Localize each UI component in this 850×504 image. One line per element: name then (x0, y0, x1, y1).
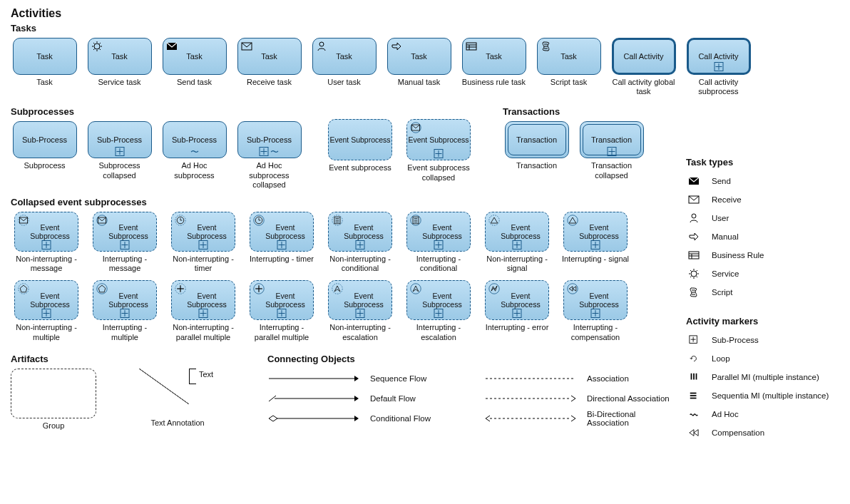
flow-label: Sequence Flow (370, 374, 456, 383)
legend-row: User (686, 209, 836, 227)
collapsed-event-subprocess-shape: Event Subprocess (563, 212, 628, 252)
event-subprocess-shape: Event Subprocess (406, 119, 471, 160)
subprocess-shape: Sub-Process (88, 121, 152, 158)
adhoc-marker-icon: 〜 (270, 148, 280, 156)
collapsed-event-subprocess-shape: Event Subprocess (14, 212, 78, 252)
task-types-title: Task types (686, 157, 836, 168)
legend-row: Service (686, 264, 836, 283)
task-caption: Service task (98, 78, 141, 87)
subprocess-marker-icon (356, 240, 365, 250)
subprocess-item: Sub-Process 〜 Ad Hoc subprocess (160, 121, 228, 180)
legend-label: Parallel MI (multiple instance) (712, 373, 819, 381)
activities-title: Activities (11, 7, 839, 20)
text-annotation-caption: Text Annotation (150, 418, 204, 428)
collapsed-event-subprocess-caption: Non-interrupting - multiple (11, 323, 82, 341)
task-item: Task Script task (535, 38, 603, 87)
comp-icon (686, 428, 702, 438)
task-item: Call Activity Call activity subprocess (685, 38, 752, 96)
collapsed-event-subprocess-item: Event Subprocess Interrupting - parallel… (246, 280, 317, 341)
legend-label: Loop (712, 354, 730, 363)
collapsed-event-subprocess-caption: Non-interrupting - message (11, 254, 82, 273)
subprocess-marker-icon (607, 147, 616, 156)
flow-dassoc: Directional Association (484, 389, 672, 408)
event-subprocess-top: Event Subprocess Event subprocess Event … (324, 119, 474, 182)
collapsed-event-subprocess-shape: Event Subprocess (93, 280, 157, 320)
collapsed-event-subprocess-item: Event Subprocess Interrupting - message (89, 212, 160, 273)
collapsed-event-subprocess-shape: Event Subprocess (93, 212, 157, 252)
subprocess-marker-icon (714, 62, 723, 71)
subprocess-item: Sub-Process Subprocess collapsed (86, 121, 153, 180)
subprocess-marker-icon (121, 240, 130, 250)
user-icon (316, 41, 327, 52)
legend-label: Ad Hoc (712, 410, 739, 418)
subprocess-label: Sub-Process (22, 135, 67, 144)
receive-icon (241, 41, 252, 52)
subprocess-marker-icon (277, 240, 287, 250)
task-caption: Call activity subprocess (685, 78, 752, 96)
collapsed-event-subprocess-shape: Event Subprocess (250, 212, 314, 252)
pmi-icon (686, 372, 702, 382)
script-icon (686, 287, 702, 298)
text-annotation-artifact: Text (189, 369, 216, 384)
flow-label: Directional Association (587, 394, 672, 403)
task-caption: Task (36, 78, 53, 87)
collapsed-event-subprocess-caption: Interrupting - signal (562, 254, 629, 264)
transaction-item: Transaction Transaction collapsed (578, 121, 645, 180)
subprocess-marker-icon (42, 240, 51, 250)
collapsed-event-subprocess-item: Event Subprocess Interrupting - error (481, 280, 553, 332)
task-caption: Script task (551, 78, 587, 87)
timer-event-icon (175, 215, 186, 226)
legend-row: Loop (686, 349, 836, 368)
collapsed-event-subprocess-shape: Event Subprocess (171, 280, 235, 320)
parallel-event-icon (175, 283, 186, 294)
transaction-caption: Transaction (516, 161, 557, 170)
task-label: Task (36, 52, 53, 61)
flow-biassoc: Bi-Directional Association (484, 408, 672, 428)
user-icon (686, 212, 702, 224)
legend-label: Sub-Process (712, 336, 759, 344)
task-shape: Task (237, 38, 302, 75)
artifacts-section: Artifacts Group Text Text Annotation (11, 351, 232, 431)
receive-icon (686, 194, 702, 205)
task-item: Task Service task (86, 38, 153, 87)
subprocess-marker-icon (199, 309, 208, 318)
collapsed-event-subprocess-item: Event Subprocess Non-interrupting - mess… (11, 212, 82, 273)
task-item: Task Business rule task (460, 38, 528, 87)
task-item: Task Manual task (385, 38, 453, 87)
task-shape: Task (13, 38, 77, 75)
svg-point-50 (332, 284, 342, 294)
transactions-title: Transactions (503, 106, 645, 117)
legend-label: Script (712, 288, 732, 297)
transaction-caption: Transaction collapsed (578, 161, 645, 180)
collapsed-event-subprocess-caption: Interrupting - timer (250, 254, 314, 264)
subprocess-caption: Ad Hoc subprocess collapsed (235, 161, 303, 190)
service-icon (686, 268, 702, 279)
subprocess-shape: Sub-Process 〜 (237, 121, 302, 158)
task-shape: Task (312, 38, 377, 75)
collapsed-event-subprocess-shape: Event Subprocess (406, 280, 471, 320)
signal-event-icon (488, 215, 500, 226)
collapsed-event-subprocess-item: Event Subprocess Interrupting - escalati… (403, 280, 474, 341)
send-icon (686, 175, 702, 187)
multiple-event-icon (96, 283, 108, 294)
flow-label: Association (587, 374, 672, 383)
subprocess-marker-icon (591, 240, 600, 250)
receive-event-icon (410, 122, 421, 133)
timer-event-icon (253, 215, 265, 226)
task-label: Task (336, 52, 352, 61)
subprocess-marker-icon (513, 309, 522, 318)
collapsed-event-subprocess-shape: Event Subprocess (14, 280, 78, 320)
flow-label: Bi-Directional Association (587, 410, 672, 427)
collapsed-event-subprocess-shape: Event Subprocess (563, 280, 628, 320)
task-label: Task (111, 52, 128, 61)
businessrule-icon (466, 41, 477, 52)
subprocess-item: Sub-Process Subprocess (11, 121, 78, 170)
manual-icon (391, 41, 402, 52)
subprocess-item: Sub-Process 〜 Ad Hoc subprocess collapse… (235, 121, 303, 190)
legend-row: Manual (686, 227, 836, 246)
task-caption: Manual task (398, 78, 440, 87)
legend-label: Business Rule (712, 251, 764, 259)
legend-label: Receive (712, 195, 742, 204)
collapsed-event-subprocess-shape: Event Subprocess (485, 212, 549, 252)
collapsed-event-subprocess-caption: Non-interrupting - parallel multiple (168, 323, 239, 341)
